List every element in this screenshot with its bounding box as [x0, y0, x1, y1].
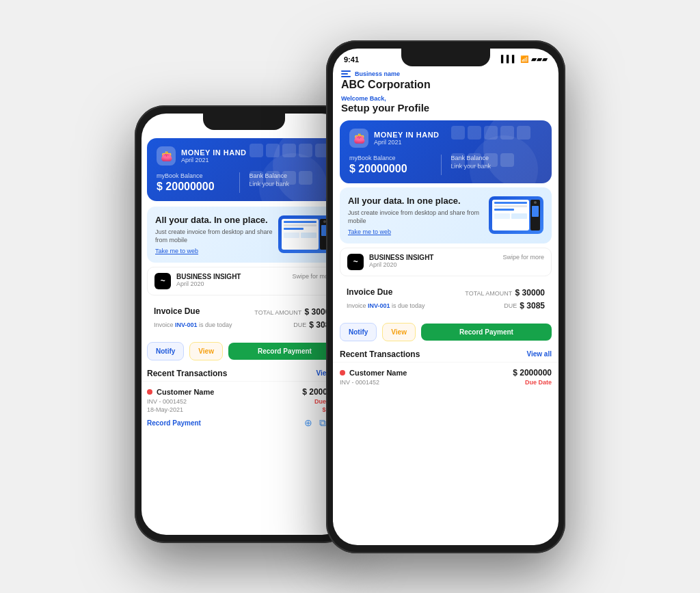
biz-lines-icon: [341, 70, 351, 77]
setup-title: Setup your Profile: [341, 102, 550, 114]
right-mybook-balance-value: $ 20000000: [349, 163, 441, 175]
right-ad-img-inner: [492, 200, 540, 230]
right-insight-swipe: Swipe for more: [502, 254, 544, 261]
right-ad-text: All your data. In one place. Just create…: [348, 196, 489, 235]
ad-bar-2: [284, 224, 317, 226]
invoice-details-row: Invoice INV-001 is due today DUE $ 3085: [154, 320, 334, 330]
right-invoice-total-label: TOTAL AMOUNT: [465, 290, 512, 297]
right-invoice-title: Invoice Due: [347, 287, 392, 297]
left-screen-content: 👛 MONEY IN HAND April 2021 myBook Balanc…: [142, 133, 347, 535]
copy-icon[interactable]: ⧉: [319, 417, 326, 429]
card-subtitle: April 2021: [181, 157, 247, 163]
insight-title: BUSINESS INSIGHT: [176, 273, 241, 280]
ad-link[interactable]: Take me to web: [155, 248, 278, 254]
share-icon[interactable]: ⊕: [304, 417, 312, 428]
insight-info: BUSINESS INSIGHT April 2020: [176, 273, 241, 287]
right-view-all-link[interactable]: View all: [526, 350, 552, 358]
view-button[interactable]: View: [189, 342, 223, 360]
profile-header: Business name ABC Corporation Welcome Ba…: [333, 65, 558, 116]
right-notch: [401, 49, 490, 66]
money-in-hand-card: 👛 MONEY IN HAND April 2021 myBook Balanc…: [147, 138, 341, 201]
right-business-insight: ~ BUSINESS INSIGHT April 2020 Swipe for …: [340, 248, 552, 276]
notify-button[interactable]: Notify: [147, 342, 184, 360]
right-ad-phone-mini: [530, 200, 540, 230]
biz-line-2: [341, 73, 348, 75]
invoice-total: TOTAL AMOUNT $ 30000: [254, 305, 334, 317]
invoice-due-desc: is due today: [199, 321, 232, 328]
ad-text: All your data. In one place. Just create…: [155, 215, 278, 254]
ad-title: All your data. In one place.: [155, 215, 278, 225]
transactions-header: Recent Transactions View all: [142, 365, 347, 381]
biz-name-label: Business name: [341, 70, 550, 77]
right-view-button[interactable]: View: [382, 323, 416, 341]
right-invoice-due: DUE $ 3085: [504, 301, 545, 311]
right-ad-phone-dot: [534, 201, 537, 204]
right-record-payment-button[interactable]: Record Payment: [421, 324, 552, 341]
bank-link[interactable]: Link your bank: [250, 181, 332, 187]
right-txn-name-text: Customer Name: [349, 369, 407, 377]
right-invoice-due-label: DUE: [504, 302, 517, 309]
record-payment-button[interactable]: Record Payment: [228, 343, 341, 360]
biz-name-label-text: Business name: [355, 70, 400, 77]
right-insight-left: ~ BUSINESS INSIGHT April 2020: [347, 254, 433, 270]
invoice-due-section: Invoice Due TOTAL AMOUNT $ 30000 Invoice…: [147, 300, 341, 339]
insight-logo: ~: [154, 273, 171, 289]
welcome-text: Welcome Back,: [341, 95, 550, 102]
txn-dot: [147, 389, 152, 395]
right-invoice-due-value: $ 3085: [520, 301, 545, 311]
phones-container: 👛 MONEY IN HAND April 2021 myBook Balanc…: [0, 0, 700, 593]
right-ad-banner: All your data. In one place. Just create…: [340, 187, 552, 243]
signal-icon: ▍▍▍: [501, 55, 517, 63]
right-ad-bar-1: [494, 202, 527, 204]
right-txn-inv: INV - 0001452: [340, 379, 379, 386]
ad-desc: Just create invoice from desktop and sha…: [155, 228, 278, 245]
mybook-balance: myBook Balance $ 20000000: [157, 172, 239, 193]
insight-left: ~ BUSINESS INSIGHT April 2020: [154, 273, 241, 289]
ad-bar-1: [284, 221, 317, 223]
right-action-buttons: Notify View Record Payment: [340, 323, 552, 341]
right-insight-logo: ~: [347, 254, 364, 270]
right-invoice-header: Invoice Due TOTAL AMOUNT $ 30000: [347, 286, 545, 298]
right-notify-button[interactable]: Notify: [340, 323, 377, 341]
invoice-total-label: TOTAL AMOUNT: [254, 309, 301, 316]
battery-icon: ▰▰▰: [531, 55, 548, 63]
card-title-group: MONEY IN HAND April 2021: [181, 148, 247, 163]
invoice-header: Invoice Due TOTAL AMOUNT $ 30000: [154, 305, 334, 317]
txn-name: Customer Name: [147, 388, 214, 396]
transactions-title: Recent Transactions: [147, 369, 227, 378]
right-transaction-item: Customer Name $ 2000000 INV - 0001452 Du…: [333, 362, 558, 391]
right-ad-screen: [492, 200, 529, 230]
right-ad-bar-2: [494, 205, 527, 207]
right-insight-subtitle: April 2020: [369, 261, 433, 268]
right-txn-amount: $ 2000000: [513, 368, 552, 378]
wifi-icon: 📶: [520, 55, 528, 63]
bank-balance-label: Bank Balance: [250, 172, 332, 179]
right-invoice-section: Invoice Due TOTAL AMOUNT $ 30000 Invoice…: [340, 280, 552, 320]
wallet-icon: 👛: [157, 146, 176, 166]
biz-line-3: [341, 76, 351, 77]
right-card-subtitle: April 2021: [374, 139, 440, 146]
right-phone: 9:41 ▍▍▍ 📶 ▰▰▰ B: [326, 40, 565, 553]
right-card-title: MONEY IN HAND: [374, 131, 440, 139]
invoice-title: Invoice Due: [154, 306, 200, 316]
ad-banner: All your data. In one place. Just create…: [147, 207, 341, 263]
invoice-number: INV-001: [175, 321, 198, 328]
right-ad-link[interactable]: Take me to web: [348, 228, 489, 235]
left-notch: [203, 114, 285, 130]
txn-actions-row: Record Payment ⊕ ⧉ ⬇: [147, 417, 341, 429]
business-insight: ~ BUSINESS INSIGHT April 2020 Swipe for …: [147, 267, 341, 295]
right-invoice-row: Invoice INV-001 is due today DUE $ 3085: [347, 301, 545, 311]
insight-subtitle: April 2020: [176, 280, 241, 287]
right-invoice-due-desc: is due today: [392, 302, 425, 309]
right-screen-content: Business name ABC Corporation Welcome Ba…: [333, 65, 558, 542]
right-ad-desc: Just create invoice from desktop and sha…: [348, 209, 489, 226]
right-invoice-desc: Invoice INV-001 is due today: [347, 302, 425, 309]
left-phone-screen: 👛 MONEY IN HAND April 2021 myBook Balanc…: [142, 114, 347, 535]
ad-screen: [282, 219, 319, 250]
biz-line-1: [341, 70, 351, 72]
right-phone-screen: 9:41 ▍▍▍ 📶 ▰▰▰ B: [333, 49, 558, 545]
ad-bar-3: [284, 228, 304, 230]
txn-record-payment[interactable]: Record Payment: [147, 419, 201, 427]
right-txn-row2: INV - 0001452 Due Date: [340, 379, 552, 386]
right-bank-balance-label: Bank Balance: [451, 155, 543, 161]
